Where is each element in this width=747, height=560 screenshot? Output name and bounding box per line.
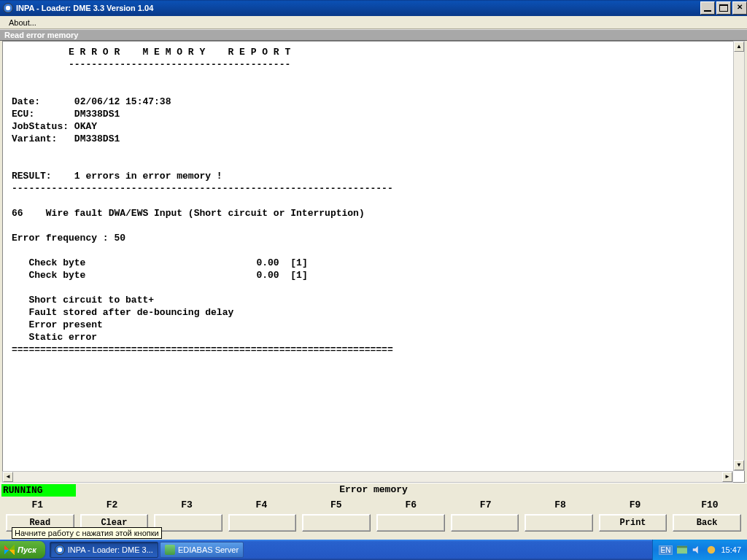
scroll-left-icon[interactable]: ◄: [3, 472, 13, 482]
svg-rect-1: [677, 546, 687, 548]
f3-button[interactable]: [154, 514, 222, 532]
f7-button[interactable]: [451, 514, 519, 532]
start-tooltip: Начните работу с нажатия этой кнопки: [12, 527, 162, 539]
report-result: 1 errors in error memory !: [74, 171, 222, 182]
fault-text: Wire fault DWA/EWS Input (Short circuit …: [46, 208, 365, 219]
fkey-label: F9: [597, 499, 672, 513]
report-jobstatus: OKAY: [74, 121, 97, 132]
minimize-button[interactable]: [700, 1, 715, 15]
f6-button[interactable]: [376, 514, 445, 532]
panel-header: Read error memory: [0, 29, 747, 41]
maximize-button[interactable]: [716, 1, 731, 15]
start-button[interactable]: Пуск: [0, 541, 45, 559]
clock: 15:47: [721, 545, 741, 554]
f8-button[interactable]: [525, 514, 593, 532]
report-variant: DM338DS1: [74, 133, 120, 144]
svg-marker-2: [693, 546, 698, 554]
tray-icon[interactable]: [706, 545, 716, 555]
window-titlebar[interactable]: INPA - Loader: DME 3.3 Version 1.04: [0, 0, 747, 16]
server-icon: [165, 545, 175, 555]
scroll-right-icon[interactable]: ►: [722, 472, 732, 482]
taskbar-item-ediabas[interactable]: EDIABAS Server: [160, 542, 244, 558]
fkey-label: F3: [150, 499, 224, 513]
fkey-label: F1: [0, 499, 74, 513]
error-frequency: 50: [114, 233, 125, 244]
fkey-label: F8: [523, 499, 597, 513]
scroll-down-icon[interactable]: ▼: [734, 460, 744, 470]
horizontal-scrollbar[interactable]: ◄ ►: [2, 471, 733, 483]
report-ecu: DM338DS1: [74, 109, 120, 120]
f4-button[interactable]: [228, 514, 297, 532]
fkey-label: F10: [673, 499, 747, 513]
report-text-area: E R R O R M E M O R Y R E P O R T ------…: [2, 41, 745, 483]
report-title: E R R O R M E M O R Y R E P O R T: [12, 47, 290, 58]
taskbar-item-inpa[interactable]: INPA - Loader: DME 3...: [50, 542, 158, 558]
svg-point-3: [708, 546, 716, 554]
fkey-label: F5: [299, 499, 374, 513]
f5-button[interactable]: [302, 514, 371, 532]
window-title: INPA - Loader: DME 3.3 Version 1.04: [16, 4, 153, 12]
print-button[interactable]: Print: [599, 514, 667, 532]
fkey-label: F4: [224, 499, 298, 513]
app-icon: [55, 545, 65, 555]
report-date: 02/06/12 15:47:38: [74, 96, 171, 107]
panel-title: Error memory: [0, 484, 747, 495]
back-button[interactable]: Back: [673, 514, 741, 532]
fault-code: 66: [12, 208, 46, 219]
menu-about[interactable]: About...: [4, 17, 41, 28]
fkey-label: F2: [74, 499, 149, 513]
windows-logo-icon: [4, 545, 15, 555]
taskbar[interactable]: Пуск INPA - Loader: DME 3... EDIABAS Ser…: [0, 540, 747, 560]
system-tray[interactable]: EN 15:47: [652, 540, 747, 560]
scroll-up-icon[interactable]: ▲: [734, 42, 744, 52]
volume-icon[interactable]: [692, 545, 702, 555]
fkey-label: F7: [448, 499, 522, 513]
fkey-label: F6: [374, 499, 448, 513]
fkey-labels: F1 F2 F3 F4 F5 F6 F7 F8 F9 F10: [0, 499, 747, 513]
close-button[interactable]: [732, 1, 747, 15]
language-indicator[interactable]: EN: [659, 545, 673, 555]
start-label: Пуск: [18, 545, 36, 554]
menu-bar: About...: [0, 16, 747, 29]
vertical-scrollbar[interactable]: ▲ ▼: [733, 41, 745, 471]
tray-icon[interactable]: [677, 545, 687, 555]
app-icon: [3, 3, 13, 13]
